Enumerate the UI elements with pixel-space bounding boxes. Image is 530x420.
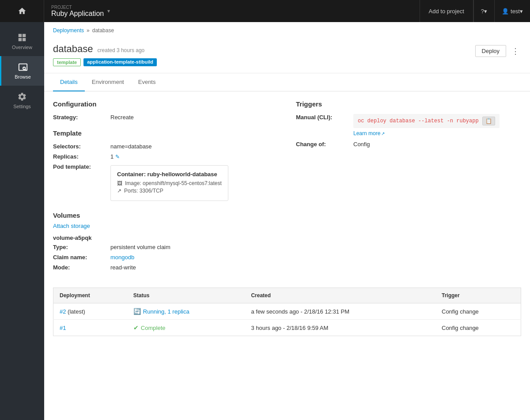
volume-name: volume-a5pqk [53, 235, 278, 241]
learn-more-link[interactable]: Learn more ↗ [353, 130, 385, 136]
status-cell-2: ✔ Complete [127, 320, 245, 336]
page-header: database created 3 hours ago template ap… [44, 39, 530, 73]
tab-details[interactable]: Details [53, 73, 85, 91]
table-header-row: Deployment Status Created Trigger [53, 288, 521, 303]
deployments-table: Deployment Status Created Trigger #2 (la… [53, 288, 521, 336]
user-icon: 👤 [502, 8, 509, 15]
replicas-edit-icon[interactable]: ✎ [115, 154, 120, 160]
manual-cli-row: Manual (CLI): oc deploy database --lates… [296, 114, 521, 136]
tag-app-template: application-template-stibuild [83, 58, 157, 66]
breadcrumb-parent-link[interactable]: Deployments [53, 27, 84, 34]
top-nav: Project Ruby Application ▾ Add to projec… [0, 0, 530, 22]
tab-environment[interactable]: Environment [85, 73, 131, 91]
replicas-label: Replicas: [53, 153, 110, 160]
running-spinner-icon: 🔄 [133, 308, 141, 315]
mode-value: read-write [110, 264, 136, 271]
selectors-label: Selectors: [53, 143, 110, 150]
deploy-button[interactable]: Deploy [475, 45, 506, 57]
configuration-section: Configuration Strategy: Recreate [53, 100, 278, 121]
strategy-row: Strategy: Recreate [53, 114, 278, 121]
two-col-layout: Configuration Strategy: Recreate Templat… [53, 100, 521, 274]
status-cell-1: 🔄 Running, 1 replica [127, 303, 245, 320]
deployment-link-2[interactable]: #2 [60, 308, 66, 315]
main-layout: Overview Browse Settings Deployments » d… [0, 22, 530, 420]
user-menu[interactable]: 👤 test ▾ [494, 0, 530, 22]
volumes-section: Volumes Attach storage volume-a5pqk Type… [53, 212, 278, 271]
change-of-row: Change of: Config [296, 141, 521, 148]
sidebar-item-overview[interactable]: Overview [0, 26, 44, 56]
sidebar-overview-label: Overview [12, 45, 32, 50]
sidebar-item-browse[interactable]: Browse [0, 56, 44, 86]
content-area: Deployments » database database created … [44, 22, 530, 420]
container-name: Container: ruby-helloworld-database [117, 171, 222, 178]
trigger-cell-2: Config change [435, 320, 521, 336]
cli-command-block: oc deploy database --latest -n rubyapp 📋 [353, 114, 500, 128]
complete-check-icon: ✔ [133, 324, 139, 331]
mode-label: Mode: [53, 264, 110, 271]
image-icon: 🖼 [117, 180, 122, 186]
template-title: Template [53, 129, 278, 137]
container-image: Image: openshift/mysql-55-centos7:latest [125, 180, 222, 186]
tag-template: template [53, 58, 81, 66]
sidebar: Overview Browse Settings [0, 22, 44, 420]
kebab-menu-button[interactable]: ⋮ [510, 46, 521, 56]
mode-row: Mode: read-write [53, 264, 278, 271]
col-trigger: Trigger [435, 288, 521, 303]
add-to-project-button[interactable]: Add to project [420, 0, 473, 22]
project-chevron-icon: ▾ [107, 8, 110, 14]
help-menu[interactable]: ? ▾ [473, 0, 494, 22]
deployment-link-1[interactable]: #1 [60, 325, 66, 331]
template-section: Template Selectors: name=database Replic… [53, 129, 278, 201]
pod-template-box: Container: ruby-helloworld-database 🖼 Im… [110, 165, 228, 201]
selectors-row: Selectors: name=database [53, 143, 278, 150]
breadcrumb: Deployments » database [44, 22, 530, 39]
created-cell-2: 3 hours ago - 2/18/16 9:59 AM [245, 320, 435, 336]
project-name: Ruby Application [51, 10, 104, 18]
col-created: Created [245, 288, 435, 303]
selectors-value: name=database [110, 143, 152, 150]
cli-command-text: oc deploy database --latest -n rubyapp [358, 118, 479, 124]
replicas-value: 1 [110, 153, 114, 160]
manual-cli-label: Manual (CLI): [296, 114, 353, 121]
page-tags: template application-template-stibuild [53, 58, 157, 66]
triggers-title: Triggers [296, 100, 521, 108]
pod-template-row: Pod template: Container: ruby-helloworld… [53, 163, 278, 201]
table-row: #2 (latest) 🔄 Running, 1 replica a few s… [53, 303, 521, 320]
table-row: #1 ✔ Complete 3 hours ago - 2/18/16 9:59… [53, 320, 521, 336]
replicas-row: Replicas: 1 ✎ [53, 153, 278, 160]
col-status: Status [127, 288, 245, 303]
page-title: database [53, 43, 93, 55]
volume-type-row: Type: persistent volume claim [53, 244, 278, 250]
tab-events[interactable]: Events [131, 73, 163, 91]
content-body: Configuration Strategy: Recreate Templat… [44, 91, 530, 345]
trigger-cell-1: Config change [435, 303, 521, 320]
change-of-value: Config [353, 141, 370, 148]
home-button[interactable] [0, 0, 44, 22]
breadcrumb-separator: » [87, 27, 90, 34]
volume-type-label: Type: [53, 244, 110, 250]
tabs: Details Environment Events [44, 73, 530, 91]
external-link-icon: ↗ [381, 131, 385, 136]
project-label: Project [51, 5, 104, 10]
created-cell-1: a few seconds ago - 2/18/16 12:31 PM [245, 303, 435, 320]
status-text-2: Complete [141, 325, 166, 331]
sidebar-item-settings[interactable]: Settings [0, 86, 44, 115]
claim-name-row: Claim name: mongodb [53, 254, 278, 261]
attach-storage-link[interactable]: Attach storage [53, 223, 278, 229]
sidebar-browse-label: Browse [15, 74, 31, 79]
svg-point-1 [23, 67, 26, 70]
strategy-label: Strategy: [53, 114, 110, 121]
claim-name-label: Claim name: [53, 254, 110, 261]
copy-command-button[interactable]: 📋 [482, 117, 495, 125]
ports-icon: ↗ [117, 188, 121, 194]
claim-name-link[interactable]: mongodb [110, 254, 134, 261]
project-selector[interactable]: Project Ruby Application ▾ [44, 0, 420, 22]
pod-template-label: Pod template: [53, 163, 110, 170]
triggers-section: Triggers Manual (CLI): oc deploy databas… [296, 100, 521, 148]
deployment-cell-1: #2 (latest) [53, 303, 127, 320]
change-of-label: Change of: [296, 141, 353, 148]
deployment-cell-2: #1 [53, 320, 127, 336]
container-ports: Ports: 3306/TCP [124, 188, 163, 194]
volume-type-value: persistent volume claim [110, 244, 170, 250]
sidebar-settings-label: Settings [13, 104, 31, 109]
